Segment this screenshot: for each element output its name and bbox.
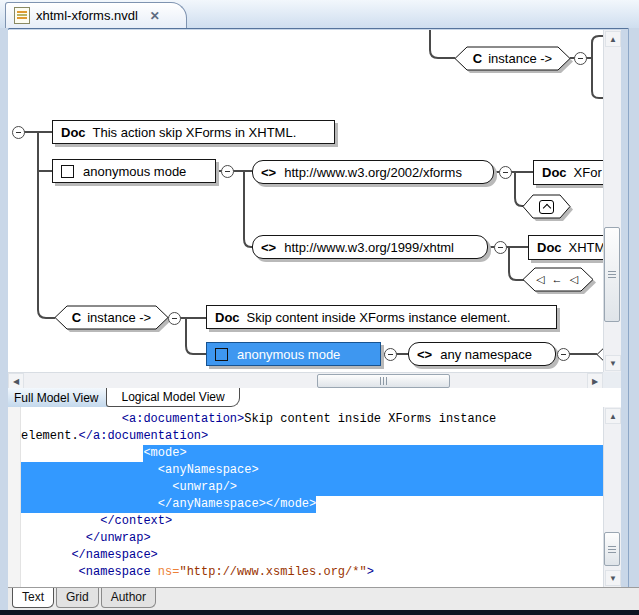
minus-icon xyxy=(578,58,583,59)
mode-checkbox-icon xyxy=(61,165,74,178)
editor-window: xhtml-xforms.nvdl ✕ xyxy=(0,0,639,615)
code-line[interactable]: </anyNamespace></mode> xyxy=(21,496,603,513)
node-doc-skip[interactable]: Doc Skip content inside XForms instance … xyxy=(206,305,557,329)
collapse-toggle[interactable] xyxy=(221,165,234,178)
collapse-toggle[interactable] xyxy=(557,348,570,361)
collapse-toggle[interactable] xyxy=(494,241,507,254)
code-lines: <a:documentation>Skip content inside XFo… xyxy=(21,407,603,581)
node-label: instance -> xyxy=(488,51,552,66)
tab-author[interactable]: Author xyxy=(101,588,156,608)
node-unwrap-action[interactable]: ◁ ← ◁ xyxy=(523,268,593,291)
code-segment: element. xyxy=(21,429,79,443)
scrollbar-thumb[interactable] xyxy=(604,532,620,566)
minus-icon xyxy=(225,171,230,172)
node-namespace-any[interactable]: <> any namespace xyxy=(408,342,556,366)
scroll-down-button[interactable]: ▼ xyxy=(605,355,621,371)
node-instance-context-top[interactable]: Cinstance -> xyxy=(455,47,570,70)
window-frame-right xyxy=(628,28,639,610)
namespace-label: http://www.w3.org/2002/xforms xyxy=(284,165,462,180)
namespace-label: http://www.w3.org/1999/xhtml xyxy=(284,240,454,255)
editor-tab[interactable]: xhtml-xforms.nvdl ✕ xyxy=(5,2,187,28)
code-segment: </unwrap> xyxy=(21,531,151,545)
scroll-up-button[interactable]: ▲ xyxy=(605,408,621,424)
code-line[interactable]: </context> xyxy=(21,513,603,530)
code-line[interactable]: <a:documentation>Skip content inside XFo… xyxy=(21,411,603,428)
window-frame-bottom xyxy=(0,610,639,615)
diagram-horizontal-scrollbar[interactable]: ◀ ▶ xyxy=(8,372,603,388)
close-icon[interactable]: ✕ xyxy=(150,9,160,23)
minus-icon xyxy=(561,354,566,355)
code-line[interactable]: <mode> xyxy=(21,445,603,462)
code-line[interactable]: </namespace> xyxy=(21,547,603,564)
code-line[interactable]: <anyNamespace> xyxy=(21,462,603,479)
code-vertical-scrollbar[interactable]: ▲ ▼ xyxy=(603,407,621,587)
code-segment: Skip content inside XForms instance xyxy=(244,412,496,426)
code-segment: </anyNamespace></mode> xyxy=(21,497,316,511)
scroll-right-button[interactable]: ▶ xyxy=(587,373,603,389)
node-instance-context-bottom[interactable]: Cinstance -> xyxy=(55,306,168,329)
code-segment: > xyxy=(367,565,374,579)
tab-grid[interactable]: Grid xyxy=(56,588,99,608)
node-namespace-xforms[interactable]: <> http://www.w3.org/2002/xforms xyxy=(252,160,494,184)
scrollbar-thumb[interactable] xyxy=(317,374,450,388)
node-label: instance -> xyxy=(87,310,151,325)
tab-full-model-view[interactable]: Full Model View xyxy=(8,388,108,407)
doc-prefix: Doc xyxy=(537,240,562,255)
node-mode-anonymous-1[interactable]: anonymous mode xyxy=(52,159,216,183)
node-doc-xhtml[interactable]: Doc XHTML xyxy=(528,235,611,260)
node-namespace-xhtml[interactable]: <> http://www.w3.org/1999/xhtml xyxy=(252,235,488,259)
tab-label: Grid xyxy=(66,590,89,604)
namespace-icon: <> xyxy=(417,347,432,362)
diagram-vertical-scrollbar[interactable]: ▲ ▼ xyxy=(603,30,621,372)
doc-prefix: Doc xyxy=(61,125,86,140)
code-segment: <a:documentation> xyxy=(21,412,244,426)
minus-icon xyxy=(503,172,508,173)
node-doc-action[interactable]: Doc This action skip XForms in XHTML. xyxy=(52,120,335,144)
tab-logical-model-view[interactable]: Logical Model View xyxy=(106,388,239,407)
namespace-icon: <> xyxy=(261,165,276,180)
scroll-down-button[interactable]: ▼ xyxy=(605,570,621,586)
node-mode-anonymous-2-selected[interactable]: anonymous mode xyxy=(206,342,381,366)
thumb-grip xyxy=(380,377,387,385)
attach-icon xyxy=(539,200,554,214)
collapse-toggle[interactable] xyxy=(499,166,512,179)
mode-checkbox-icon xyxy=(215,348,228,361)
code-area[interactable]: <a:documentation>Skip content inside XFo… xyxy=(21,407,603,587)
code-segment: <anyNamespace> xyxy=(21,463,259,477)
node-doc-xforms[interactable]: Doc XFor xyxy=(533,160,611,185)
editor-tabbar: xhtml-xforms.nvdl ✕ xyxy=(0,0,639,29)
collapse-toggle[interactable] xyxy=(574,52,587,65)
diagram-pane: Cinstance -> Doc This action skip XForms… xyxy=(8,30,621,372)
node-prefix: C xyxy=(473,51,482,66)
tab-label: Text xyxy=(22,590,44,604)
code-line[interactable]: <namespace ns="http://www.xsmiles.org/*"… xyxy=(21,564,603,581)
scrollbar-thumb[interactable] xyxy=(604,227,620,322)
node-prefix: C xyxy=(72,310,81,325)
nvdl-file-icon xyxy=(14,7,30,24)
unwrap-icon: ◁ ← ◁ xyxy=(536,273,580,286)
tab-text[interactable]: Text xyxy=(12,588,54,608)
doc-text: Skip content inside XForms instance elem… xyxy=(247,310,511,325)
doc-prefix: Doc xyxy=(542,165,567,180)
editor-content: Cinstance -> Doc This action skip XForms… xyxy=(8,30,621,610)
scrollbar-corner xyxy=(603,372,621,388)
code-line[interactable]: element.</a:documentation> xyxy=(21,428,603,445)
node-attach-action[interactable] xyxy=(523,195,570,218)
code-line[interactable]: </unwrap> xyxy=(21,530,603,547)
collapse-toggle[interactable] xyxy=(12,126,25,139)
thumb-grip xyxy=(608,271,616,278)
collapse-toggle[interactable] xyxy=(168,312,181,325)
diagram-canvas[interactable]: Cinstance -> Doc This action skip XForms… xyxy=(8,30,611,372)
editor-mode-tabbar: Text Grid Author xyxy=(8,587,639,611)
namespace-label: any namespace xyxy=(440,347,532,362)
collapse-toggle[interactable] xyxy=(384,348,397,361)
model-view-tabbar: Full Model View Logical Model View xyxy=(8,388,621,408)
code-segment: <mode> xyxy=(21,446,187,460)
scroll-left-button[interactable]: ◀ xyxy=(8,373,24,389)
scroll-up-button[interactable]: ▲ xyxy=(605,31,621,47)
mode-label: anonymous mode xyxy=(83,164,186,179)
code-segment: </a:documentation> xyxy=(79,429,209,443)
doc-text: This action skip XForms in XHTML. xyxy=(93,125,297,140)
doc-text: XFor xyxy=(574,165,602,180)
code-line[interactable]: <unwrap/> xyxy=(21,479,603,496)
